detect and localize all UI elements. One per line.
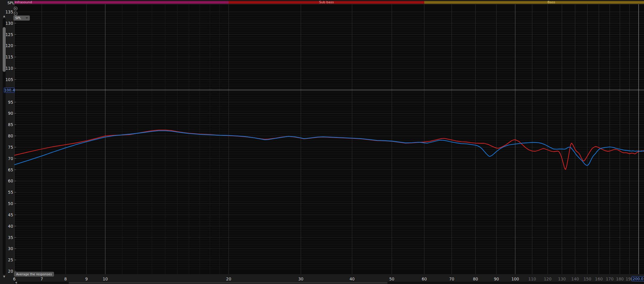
y-axis-label: 75 [0,145,13,150]
spl-graph-window: ▲ ▼ SPL InfrasoundSub bassBass SPL Avera… [0,0,644,284]
spl-chart [14,4,644,274]
x-axis-label: 8 [57,277,75,281]
y-axis-label: 110 [0,66,13,71]
x-axis-label: 30 [292,277,310,281]
x-axis-label: 40 [343,277,361,281]
y-axis-label: 50 [0,201,13,206]
y-axis-label: 105 [0,77,13,82]
band-label: Sub bass [319,1,334,4]
y-axis-label: 80 [0,134,13,138]
x-axis-label: 50 [383,277,401,281]
y-axis-label: 120 [0,43,13,48]
x-axis-label: 20 [220,277,238,281]
band-label: Infrasound [15,1,32,4]
y-axis-label: 70 [0,156,13,161]
band-label: Bass [547,1,555,4]
x-axis-label: 9 [78,277,95,281]
x-axis-label: 6 [5,277,23,281]
y-axis-label: 55 [0,190,13,195]
band-infrasound [14,1,229,4]
graph-type-dropdown[interactable]: SPL [13,15,30,21]
y-axis-label: 115 [0,55,13,59]
y-axis-label: 45 [0,212,13,217]
cursor-spl-readout[interactable]: 100.4 [4,88,15,93]
y-axis-label: 90 [0,111,13,116]
x-axis-label: 60 [415,277,433,281]
band-bass [424,1,644,4]
y-axis-label: 65 [0,167,13,172]
y-axis-label: 25 [0,257,13,262]
y-axis-label: 85 [0,122,13,127]
y-axis-label: 95 [0,100,13,105]
chevron-down-icon [26,17,28,19]
x-axis-label: 10 [96,277,114,281]
x-axis-label: 90 [487,277,505,281]
x-axis-label: 80 [467,277,484,281]
x-axis-label: 7 [33,277,51,281]
y-axis-label: 40 [0,224,13,229]
average-responses-button[interactable]: Average the responses [14,272,54,277]
y-axis-label: 130 [0,21,13,26]
zoom-in-button[interactable] [13,6,18,11]
horizontal-scrollbar-thumb[interactable] [69,282,388,284]
y-axis-label: 135 [0,10,13,14]
scroll-up-icon[interactable]: ▲ [2,15,6,18]
y-axis-label: 20 [0,269,13,274]
scroll-left-icon[interactable]: ◀ [15,281,17,284]
y-axis-label: 30 [0,246,13,251]
y-axis-label: 125 [0,32,13,37]
y-axis-label: 35 [0,235,13,240]
x-axis-label: 100 [506,277,524,281]
graph-type-dropdown-label: SPL [15,16,21,20]
x-axis-label: 70 [443,277,461,281]
y-axis-label: 60 [0,179,13,183]
cursor-frequency-readout[interactable]: 200.0 [632,276,644,281]
zoom-out-button[interactable] [13,11,18,16]
y-axis-title: SPL [7,1,14,5]
